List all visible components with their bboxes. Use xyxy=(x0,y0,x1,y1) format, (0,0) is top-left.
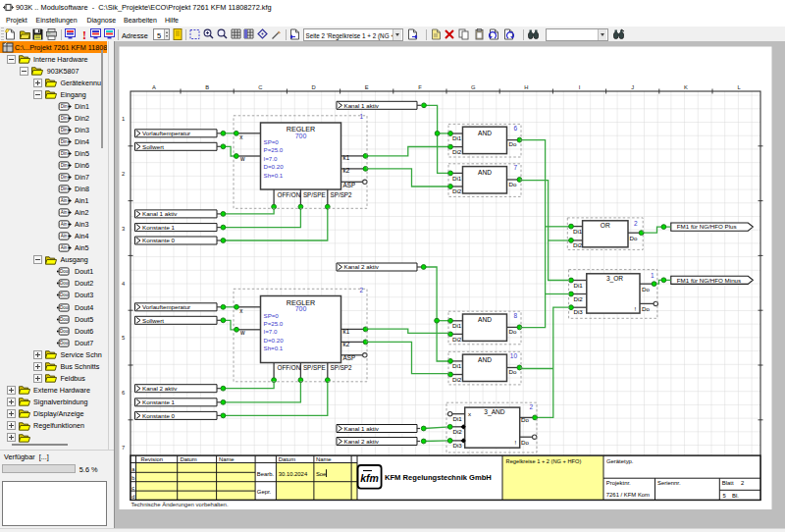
svg-text:G: G xyxy=(471,84,476,90)
svg-text:Do: Do xyxy=(509,140,517,147)
svg-text:Kanal 1 aktiv: Kanal 1 aktiv xyxy=(142,210,178,217)
svg-text:Vorlauftemperatur: Vorlauftemperatur xyxy=(142,130,190,136)
svg-text:6: 6 xyxy=(513,125,517,132)
svg-text:FM1 für NG/HFO Minus: FM1 für NG/HFO Minus xyxy=(677,277,741,284)
svg-text:kfm: kfm xyxy=(360,472,379,484)
svg-text:3: 3 xyxy=(122,226,125,232)
svg-text:Di1: Di1 xyxy=(574,282,584,289)
svg-text:Datum: Datum xyxy=(279,456,295,462)
svg-text:Di2: Di2 xyxy=(452,148,462,155)
svg-text:Di1: Di1 xyxy=(452,134,462,141)
svg-text:Di3: Di3 xyxy=(574,308,584,315)
svg-text:SP/SPE: SP/SPE xyxy=(303,364,326,371)
svg-text:OFF/ON: OFF/ON xyxy=(278,191,301,198)
svg-text:30.10.2024: 30.10.2024 xyxy=(279,471,308,477)
svg-text:Konstante 0: Konstante 0 xyxy=(142,412,176,419)
svg-text:AND: AND xyxy=(478,130,492,136)
svg-text:Di2: Di2 xyxy=(452,187,462,194)
svg-text:P=25.0: P=25.0 xyxy=(264,146,284,153)
svg-text:k2: k2 xyxy=(343,167,350,174)
svg-text:2: 2 xyxy=(359,287,363,293)
svg-text:Do: Do xyxy=(521,416,529,423)
svg-text:k2: k2 xyxy=(343,341,350,347)
svg-text:c: c xyxy=(131,485,134,491)
svg-text:7261 / KFM Kom: 7261 / KFM Kom xyxy=(606,492,650,498)
svg-text:F: F xyxy=(418,84,422,90)
svg-text:10: 10 xyxy=(510,352,518,359)
svg-text:k1: k1 xyxy=(343,328,350,335)
svg-text:Di1: Di1 xyxy=(452,322,462,329)
svg-text:AND: AND xyxy=(478,169,492,176)
svg-text:D=0.20: D=0.20 xyxy=(264,337,285,344)
svg-text:P=25.0: P=25.0 xyxy=(264,320,284,327)
svg-text:Sollwert: Sollwert xyxy=(142,317,164,324)
svg-text:700: 700 xyxy=(295,133,307,139)
svg-text:Di2: Di2 xyxy=(453,428,463,435)
svg-text:I=7.0: I=7.0 xyxy=(264,328,278,335)
svg-text:Sh=0.1: Sh=0.1 xyxy=(264,172,284,179)
svg-text:SP/SP2: SP/SP2 xyxy=(331,364,353,371)
svg-text:8: 8 xyxy=(513,312,517,319)
svg-text:Di2: Di2 xyxy=(573,241,583,248)
svg-text:I=7.0: I=7.0 xyxy=(264,155,278,162)
svg-text:OFF/ON: OFF/ON xyxy=(278,364,301,371)
svg-text:ASP: ASP xyxy=(343,182,356,188)
svg-text:Do: Do xyxy=(509,328,517,335)
svg-text:E: E xyxy=(365,84,369,90)
svg-text:2: 2 xyxy=(529,403,533,410)
svg-text:Sh=0.1: Sh=0.1 xyxy=(264,345,284,351)
svg-text:B: B xyxy=(205,84,209,90)
svg-text:!: ! xyxy=(515,439,517,446)
svg-text:OR: OR xyxy=(601,222,610,229)
svg-text:Soe: Soe xyxy=(316,471,327,477)
svg-text:Name: Name xyxy=(316,456,332,462)
svg-text:Di3: Di3 xyxy=(453,442,463,449)
svg-text:D: D xyxy=(312,84,316,90)
svg-text:J: J xyxy=(631,84,634,90)
svg-text:w: w xyxy=(239,329,245,336)
svg-text:Konstante 1: Konstante 1 xyxy=(142,399,176,405)
svg-text:ASP: ASP xyxy=(343,354,356,361)
svg-text:1: 1 xyxy=(651,272,654,279)
svg-text:6: 6 xyxy=(122,390,125,396)
svg-text:Do: Do xyxy=(630,235,638,241)
svg-text:1: 1 xyxy=(359,113,363,120)
svg-text:Di1: Di1 xyxy=(573,228,583,235)
svg-text:SP=0: SP=0 xyxy=(264,138,280,145)
svg-text:3_OR: 3_OR xyxy=(606,275,623,283)
svg-text:Blatt: Blatt xyxy=(722,480,734,486)
svg-text:Bl.: Bl. xyxy=(732,493,739,499)
svg-text:Projektnr.: Projektnr. xyxy=(606,480,631,486)
svg-text:Di1: Di1 xyxy=(452,362,462,369)
svg-text:1: 1 xyxy=(122,116,125,122)
svg-text:2: 2 xyxy=(741,480,744,486)
svg-text:SP/SPE: SP/SPE xyxy=(303,191,326,198)
svg-text:AND: AND xyxy=(478,316,492,323)
svg-text:7: 7 xyxy=(513,164,517,171)
svg-text:Revision: Revision xyxy=(141,456,164,462)
svg-text:SP/SP2: SP/SP2 xyxy=(331,191,353,198)
svg-text:Konstante 1: Konstante 1 xyxy=(142,224,176,231)
svg-text:H: H xyxy=(524,84,528,90)
svg-text:b: b xyxy=(131,475,134,481)
svg-text:D=0.20: D=0.20 xyxy=(264,163,285,170)
svg-text:C: C xyxy=(258,84,262,90)
svg-text:3_AND: 3_AND xyxy=(484,408,504,416)
svg-text:Gerätetyp.: Gerätetyp. xyxy=(606,458,634,464)
svg-text:Di1: Di1 xyxy=(453,415,463,422)
svg-text:Kanal 2 aktiv: Kanal 2 aktiv xyxy=(344,263,380,270)
svg-text:Gepr.: Gepr. xyxy=(257,489,272,495)
svg-text:!: ! xyxy=(635,305,637,312)
svg-text:Do: Do xyxy=(509,181,517,187)
svg-text:Do: Do xyxy=(521,439,529,446)
svg-text:Technische Änderungen vorbehal: Technische Änderungen vorbehalten. xyxy=(131,502,229,507)
svg-text:Do: Do xyxy=(642,286,650,293)
svg-text:Vorlauftemperatur: Vorlauftemperatur xyxy=(142,303,190,310)
svg-text:Di2: Di2 xyxy=(574,295,584,302)
svg-text:2: 2 xyxy=(634,220,638,227)
svg-text:700: 700 xyxy=(295,305,307,312)
svg-text:K: K xyxy=(684,84,688,90)
svg-text:d: d xyxy=(131,494,134,500)
svg-text:Do: Do xyxy=(642,305,650,312)
svg-text:Di2: Di2 xyxy=(452,336,462,343)
